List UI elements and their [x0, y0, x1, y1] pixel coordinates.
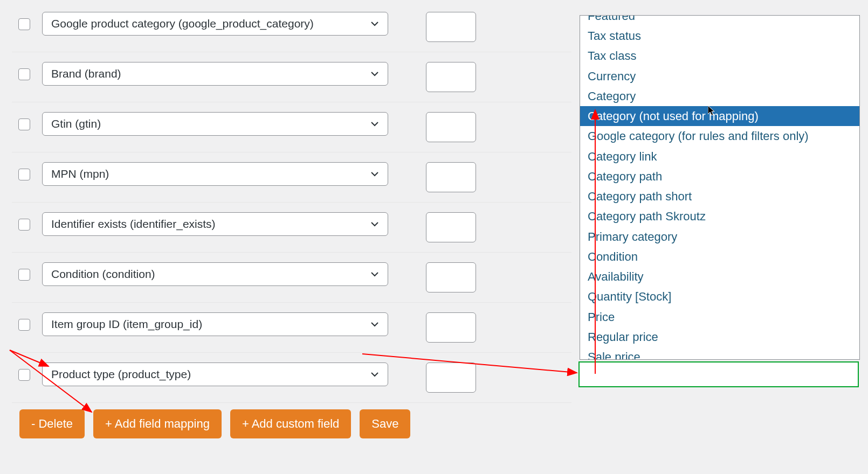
input-cell	[409, 212, 549, 242]
prefix-input[interactable]	[426, 162, 476, 192]
prefix-input[interactable]	[426, 262, 476, 292]
dropdown-option[interactable]: Category (not used for mapping)	[580, 106, 859, 126]
select-label: Google product category (google_product_…	[51, 17, 314, 30]
row-checkbox[interactable]	[18, 269, 30, 281]
input-cell	[409, 262, 549, 292]
mapping-row: Gtin (gtin)	[12, 102, 571, 152]
dropdown-search-input[interactable]	[578, 361, 859, 387]
select-cell: Product type (product_type)	[42, 363, 409, 386]
mapping-row: MPN (mpn)	[12, 152, 571, 203]
select-cell: Item group ID (item_group_id)	[42, 312, 409, 336]
input-cell	[409, 363, 549, 393]
select-cell: Gtin (gtin)	[42, 112, 409, 136]
dropdown-option[interactable]: Currency	[580, 66, 859, 86]
dropdown-option[interactable]: Category link	[580, 147, 859, 166]
mapping-row: Condition (condition)	[12, 253, 571, 303]
dropdown-option[interactable]: Price	[580, 307, 859, 327]
chevron-down-icon	[370, 370, 379, 379]
save-button[interactable]: Save	[360, 409, 410, 438]
input-cell	[409, 312, 549, 343]
dropdown-option[interactable]: Featured	[580, 15, 859, 26]
dropdown-option[interactable]: Sale price	[580, 347, 859, 360]
dropdown-option[interactable]: Category path	[580, 166, 859, 186]
dropdown-option[interactable]: Google category (for rules and filters o…	[580, 126, 859, 146]
prefix-input[interactable]	[426, 363, 476, 393]
select-cell: Google product category (google_product_…	[42, 12, 409, 36]
chevron-down-icon	[370, 270, 379, 278]
prefix-input[interactable]	[426, 312, 476, 343]
attribute-select[interactable]: Product type (product_type)	[42, 363, 388, 386]
input-cell	[409, 62, 549, 92]
dropdown-option[interactable]: Category path Skroutz	[580, 206, 859, 226]
chevron-down-icon	[370, 120, 379, 128]
chevron-down-icon	[370, 220, 379, 228]
prefix-input[interactable]	[426, 12, 476, 42]
mapping-row: Product type (product_type)	[12, 353, 571, 403]
select-cell: MPN (mpn)	[42, 162, 409, 186]
row-checkbox[interactable]	[18, 319, 30, 331]
dropdown-option[interactable]: Category path short	[580, 186, 859, 206]
row-checkbox[interactable]	[18, 169, 30, 180]
dropdown-option[interactable]: Regular price	[580, 327, 859, 347]
checkbox-cell	[12, 62, 42, 80]
attribute-select[interactable]: Gtin (gtin)	[42, 112, 388, 136]
attribute-select[interactable]: Item group ID (item_group_id)	[42, 312, 388, 336]
row-checkbox[interactable]	[18, 219, 30, 231]
prefix-input[interactable]	[426, 212, 476, 242]
prefix-input[interactable]	[426, 112, 476, 142]
dropdown-option[interactable]: Tax class	[580, 46, 859, 66]
input-cell	[409, 162, 549, 192]
dropdown-option[interactable]: Category	[580, 86, 859, 106]
attribute-select[interactable]: Google product category (google_product_…	[42, 12, 388, 36]
dropdown-option[interactable]: Primary category	[580, 227, 859, 247]
select-cell: Brand (brand)	[42, 62, 409, 86]
select-label: Item group ID (item_group_id)	[51, 318, 202, 331]
dropdown-option[interactable]: Quantity [Stock]	[580, 287, 859, 306]
row-checkbox[interactable]	[18, 68, 30, 80]
mapping-row: Google product category (google_product_…	[12, 2, 571, 52]
mapping-rows: Google product category (google_product_…	[0, 0, 571, 474]
select-label: Brand (brand)	[51, 67, 121, 80]
checkbox-cell	[12, 363, 42, 381]
select-label: Condition (condition)	[51, 268, 155, 281]
select-label: Identifier exists (identifier_exists)	[51, 218, 216, 231]
checkbox-cell	[12, 12, 42, 30]
checkbox-cell	[12, 212, 42, 231]
prefix-input[interactable]	[426, 62, 476, 92]
attribute-select[interactable]: Condition (condition)	[42, 262, 388, 286]
row-checkbox[interactable]	[18, 369, 30, 381]
action-bar: - Delete + Add field mapping + Add custo…	[19, 409, 410, 438]
attribute-select[interactable]: Identifier exists (identifier_exists)	[42, 212, 388, 236]
row-checkbox[interactable]	[18, 18, 30, 30]
mapping-row: Identifier exists (identifier_exists)	[12, 203, 571, 253]
chevron-down-icon	[370, 69, 379, 78]
add-custom-field-button[interactable]: + Add custom field	[230, 409, 351, 438]
checkbox-cell	[12, 312, 42, 331]
checkbox-cell	[12, 112, 42, 130]
row-checkbox[interactable]	[18, 119, 30, 130]
select-label: Product type (product_type)	[51, 368, 191, 381]
mapping-row: Brand (brand)	[12, 52, 571, 102]
attribute-dropdown: FeaturedTax statusTax classCurrencyCateg…	[580, 15, 860, 360]
chevron-down-icon	[370, 170, 379, 178]
input-cell	[409, 112, 549, 142]
dropdown-option[interactable]: Tax status	[580, 26, 859, 46]
select-label: Gtin (gtin)	[51, 117, 101, 130]
input-cell	[409, 12, 549, 42]
chevron-down-icon	[370, 19, 379, 28]
attribute-select[interactable]: MPN (mpn)	[42, 162, 388, 186]
select-cell: Condition (condition)	[42, 262, 409, 286]
add-field-mapping-button[interactable]: + Add field mapping	[93, 409, 222, 438]
chevron-down-icon	[370, 320, 379, 329]
select-cell: Identifier exists (identifier_exists)	[42, 212, 409, 236]
select-label: MPN (mpn)	[51, 168, 109, 180]
dropdown-option[interactable]: Condition	[580, 247, 859, 267]
checkbox-cell	[12, 162, 42, 180]
mapping-row: Item group ID (item_group_id)	[12, 303, 571, 353]
checkbox-cell	[12, 262, 42, 281]
dropdown-option[interactable]: Availability	[580, 267, 859, 287]
delete-button[interactable]: - Delete	[19, 409, 85, 438]
attribute-select[interactable]: Brand (brand)	[42, 62, 388, 86]
